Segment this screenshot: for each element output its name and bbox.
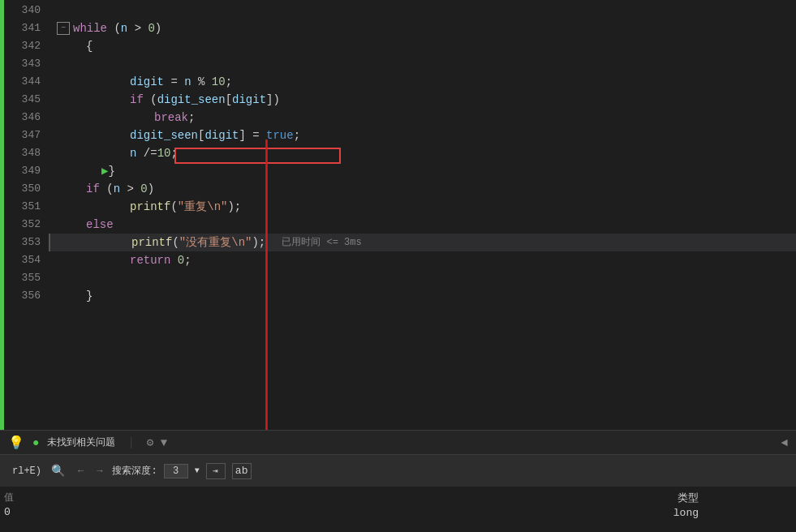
line-num-352: 352 (4, 216, 41, 234)
line-num-342: 342 (4, 37, 41, 55)
line-numbers: 340 341 342 343 344 345 346 347 348 349 … (4, 0, 49, 430)
line-num-353: 353 (4, 234, 41, 251)
code-line-354: return 0 ; (49, 251, 796, 269)
time-annotation: 已用时间 <= 3ms (282, 234, 361, 251)
code-content: − while ( n > 0 ) { digit = n % 10 ; (49, 0, 796, 430)
code-line-355 (49, 269, 796, 287)
code-line-340 (49, 2, 796, 19)
code-line-341: − while ( n > 0 ) (49, 19, 796, 37)
search-icon-box-1[interactable]: ⇥ (206, 463, 226, 479)
code-line-352: else (49, 216, 796, 234)
status-scroll-icon[interactable]: ◄ (781, 436, 788, 449)
line-num-347: 347 (4, 127, 41, 144)
kw-while: while (73, 19, 107, 37)
type-value-long: long (673, 507, 699, 519)
search-icon-box-2[interactable]: ab (232, 463, 252, 479)
search-depth-dropdown[interactable]: ▼ (195, 466, 200, 475)
search-bar: rl+E) 🔍 ← → 搜索深度: 3 ▼ ⇥ ab (0, 454, 796, 487)
type-header: 类型 (678, 491, 699, 505)
code-line-350: if ( n > 0 ) (49, 180, 796, 198)
search-depth-label: 搜索深度: (112, 464, 157, 478)
search-depth-value: 3 (164, 464, 188, 478)
code-line-351: printf ( "重复\n" ); (49, 198, 796, 216)
line-num-340: 340 (4, 2, 41, 19)
line-num-351: 351 (4, 198, 41, 216)
fold-icon-341[interactable]: − (57, 22, 70, 35)
status-lightbulb-icon: 💡 (8, 435, 24, 451)
code-line-346: break ; (49, 109, 796, 127)
green-triangle-349: ▶ (101, 162, 108, 180)
line-num-346: 346 (4, 109, 41, 127)
line-num-355: 355 (4, 269, 41, 287)
code-line-342: { (49, 37, 796, 55)
editor-area: 340 341 342 343 344 345 346 347 348 349 … (0, 0, 796, 430)
search-back-btn[interactable]: ← (75, 464, 87, 478)
status-no-issues: 未找到相关问题 (47, 435, 115, 449)
bottom-data-area: 值 0 类型 long CSDN @都在酒里 (0, 487, 796, 532)
search-forward-btn[interactable]: → (93, 464, 105, 478)
bottom-value-zero: 0 (4, 506, 53, 518)
line-num-345: 345 (4, 91, 41, 109)
line-num-354: 354 (4, 251, 41, 269)
status-settings-icon[interactable]: ⚙ ▼ (147, 435, 167, 449)
code-line-345: if ( digit_seen [ digit ]) (49, 91, 796, 109)
code-line-343 (49, 55, 796, 73)
search-magnify-icon[interactable]: 🔍 (48, 462, 68, 479)
line-num-356: 356 (4, 287, 41, 305)
code-line-353: printf ( "没有重复\n" ); 已用时间 <= 3ms (49, 234, 796, 251)
search-prefix-label: rl+E) (12, 466, 41, 477)
code-line-348: n /= 10 ; (49, 144, 796, 162)
bottom-labels-row: 值 (0, 487, 796, 504)
red-box-highlight (174, 148, 341, 164)
code-line-356: } (49, 287, 796, 305)
status-check-icon: ● (32, 436, 39, 449)
line-num-350: 350 (4, 180, 41, 198)
code-line-347: digit_seen [ digit ] = true ; (49, 127, 796, 144)
line-num-344: 344 (4, 73, 41, 91)
code-line-349: ▶ } (49, 162, 796, 180)
line-num-343: 343 (4, 55, 41, 73)
line-num-341: 341 (4, 19, 41, 37)
bottom-value-header: 值 (4, 491, 53, 504)
code-line-344: digit = n % 10 ; (49, 73, 796, 91)
line-num-348: 348 (4, 144, 41, 162)
status-bar: 💡 ● 未找到相关问题 | ⚙ ▼ ◄ (0, 430, 796, 454)
line-num-349: 349 (4, 162, 41, 180)
